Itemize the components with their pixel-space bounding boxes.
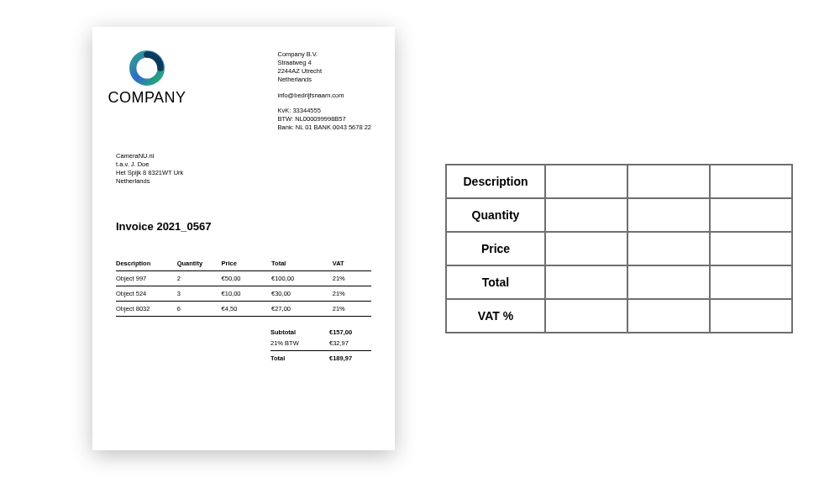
schema-cell — [627, 198, 710, 232]
schema-row: VAT % — [446, 299, 792, 333]
schema-row-label: VAT % — [446, 299, 545, 333]
recipient-name: CameraNU.nl — [116, 152, 371, 160]
cell-price: €10,00 — [222, 286, 271, 301]
schema-cell — [627, 299, 710, 333]
schema-row: Description — [446, 165, 792, 198]
schema-cell — [627, 232, 710, 265]
table-row: Object 9972€50,00€100,0021% — [116, 270, 371, 286]
company-postal: 2244AZ Utrecht — [278, 67, 371, 76]
cell-price: €50,00 — [222, 270, 271, 286]
line-items-table: Description Quantity Price Total VAT Obj… — [116, 256, 371, 317]
company-street: Straatweg 4 — [278, 59, 371, 67]
schema-row-label: Total — [446, 265, 545, 299]
schema-row-label: Price — [446, 232, 545, 265]
company-logo-icon — [129, 50, 165, 86]
grandtotal-value: €189,97 — [329, 354, 371, 362]
col-price: Price — [222, 256, 271, 271]
schema-cell — [545, 165, 627, 198]
col-vat: VAT — [333, 256, 371, 271]
schema-cell — [545, 265, 627, 299]
col-description: Description — [116, 256, 177, 271]
cell-vat: 21% — [333, 301, 371, 316]
schema-cell — [710, 232, 792, 265]
cell-qty: 3 — [177, 286, 222, 301]
schema-table: DescriptionQuantityPriceTotalVAT % — [445, 164, 793, 333]
btw-value: €32,97 — [329, 339, 371, 347]
cell-total: €100,00 — [271, 270, 333, 286]
cell-vat: 21% — [333, 286, 371, 301]
cell-qty: 6 — [177, 301, 222, 316]
cell-desc: Object 997 — [116, 270, 177, 286]
cell-qty: 2 — [177, 270, 222, 286]
table-row: Object 5243€10,00€30,0021% — [116, 286, 371, 301]
cell-desc: Object 8032 — [116, 301, 177, 316]
company-info: Company B.V. Straatweg 4 2244AZ Utrecht … — [278, 50, 371, 132]
schema-cell — [545, 299, 627, 333]
schema-cell — [710, 198, 792, 232]
schema-row-label: Description — [446, 165, 545, 198]
col-quantity: Quantity — [177, 256, 222, 271]
company-btw: BTW: NL000099998B57 — [278, 115, 371, 123]
subtotal-label: Subtotal — [270, 328, 329, 336]
grandtotal-label: Total — [270, 354, 329, 362]
invoice-header: COMPANY Company B.V. Straatweg 4 2244AZ … — [116, 50, 371, 132]
cell-vat: 21% — [333, 270, 371, 286]
schema-body: DescriptionQuantityPriceTotalVAT % — [446, 165, 792, 333]
schema-cell — [545, 198, 627, 232]
schema-row-label: Quantity — [446, 198, 545, 232]
company-bank: Bank: NL 01 BANK 0043 5678 22 — [278, 123, 371, 132]
cell-total: €27,00 — [271, 301, 333, 316]
btw-row: 21% BTW €32,97 — [116, 338, 371, 349]
schema-row: Total — [446, 265, 792, 299]
line-items-body: Object 9972€50,00€100,0021%Object 5243€1… — [116, 270, 371, 316]
company-logo-text: COMPANY — [108, 89, 186, 107]
table-header-row: Description Quantity Price Total VAT — [116, 256, 371, 271]
schema-cell — [710, 299, 792, 333]
cell-total: €30,00 — [271, 286, 333, 301]
invoice-page: COMPANY Company B.V. Straatweg 4 2244AZ … — [92, 27, 395, 450]
grandtotal-row: Total €189,97 — [116, 353, 371, 364]
schema-cell — [710, 265, 792, 299]
subtotal-value: €157,00 — [329, 328, 371, 336]
schema-cell — [545, 232, 627, 265]
company-country: Netherlands — [278, 76, 371, 84]
cell-price: €4,50 — [222, 301, 271, 316]
schema-cell — [627, 265, 710, 299]
totals-block: Subtotal €157,00 21% BTW €32,97 Total €1… — [116, 327, 371, 364]
company-logo-block: COMPANY — [116, 50, 178, 132]
subtotal-row: Subtotal €157,00 — [116, 327, 371, 338]
company-kvk: KvK: 33344555 — [278, 107, 371, 115]
schema-row: Price — [446, 232, 792, 265]
invoice-title: Invoice 2021_0567 — [116, 220, 371, 233]
table-row: Object 80326€4,50€27,0021% — [116, 301, 371, 316]
recipient-street: Het Spijk 8 8321WT Urk — [116, 169, 371, 177]
cell-desc: Object 524 — [116, 286, 177, 301]
col-total: Total — [271, 256, 333, 271]
recipient-attn: t.a.v. J. Doe — [116, 160, 371, 169]
recipient-country: Netherlands — [116, 177, 371, 186]
schema-cell — [710, 165, 792, 198]
btw-label: 21% BTW — [270, 339, 329, 347]
schema-row: Quantity — [446, 198, 792, 232]
company-name: Company B.V. — [278, 50, 371, 59]
company-email: info@bedrijfsnaam.com — [278, 92, 371, 100]
schema-cell — [627, 165, 710, 198]
recipient-block: CameraNU.nl t.a.v. J. Doe Het Spijk 8 83… — [116, 152, 371, 186]
